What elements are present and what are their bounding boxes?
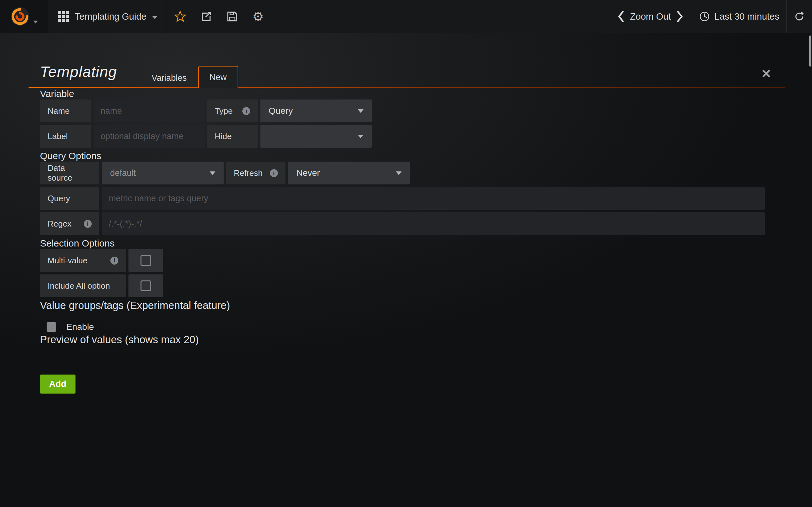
chevron-down-icon: [396, 171, 402, 175]
tab-bar: Variables New: [140, 66, 238, 88]
dashboard-title: Templating Guide: [75, 11, 147, 22]
tab-variables[interactable]: Variables: [140, 68, 198, 88]
templating-editor-header: Templating Variables New: [29, 33, 785, 88]
refresh-button[interactable]: [786, 0, 812, 33]
time-shift-controls: Zoom Out: [609, 0, 692, 33]
info-icon[interactable]: i: [84, 220, 92, 228]
type-label: Type i: [207, 100, 258, 122]
query-options-heading: Query Options: [40, 150, 812, 162]
variable-label-row: Label Hide: [40, 125, 812, 148]
regex-row: Regex i: [40, 212, 812, 235]
tab-new[interactable]: New: [198, 66, 238, 88]
close-icon[interactable]: [761, 68, 771, 78]
save-button[interactable]: [219, 0, 245, 33]
chevron-down-icon: [210, 171, 215, 175]
value-groups-heading: Value groups/tags (Experimental feature): [40, 300, 812, 311]
hide-select[interactable]: [260, 125, 372, 148]
multi-value-row: Multi-value i: [40, 249, 812, 272]
chevron-down-icon: [358, 135, 363, 138]
share-button[interactable]: [193, 0, 219, 33]
zoom-out-button[interactable]: Zoom Out: [630, 11, 671, 22]
multi-value-label: Multi-value i: [40, 249, 126, 272]
dashboard-grid-icon: [58, 11, 69, 22]
chevron-left-icon[interactable]: [616, 9, 625, 23]
star-button[interactable]: [167, 0, 193, 33]
editor-content: Variable Name Type i Query Label Hide: [0, 88, 812, 394]
star-icon: [174, 10, 186, 22]
checkbox-unchecked-icon: [141, 280, 151, 291]
share-icon: [200, 10, 212, 22]
datasource-select[interactable]: default: [102, 162, 223, 184]
refresh-select[interactable]: Never: [288, 162, 410, 184]
dashboard-picker[interactable]: Templating Guide: [48, 0, 167, 33]
name-input[interactable]: [94, 100, 205, 122]
refresh-icon: [794, 11, 805, 22]
tab-bar-accent-line: [29, 87, 785, 88]
type-select[interactable]: Query: [260, 100, 372, 122]
add-button[interactable]: Add: [40, 375, 75, 394]
enable-checkbox[interactable]: [47, 322, 56, 332]
query-label: Query: [40, 187, 99, 210]
clock-icon: [699, 11, 710, 22]
time-range-label: Last 30 minutes: [714, 11, 779, 22]
info-icon[interactable]: i: [242, 107, 250, 115]
label-input[interactable]: [94, 125, 205, 148]
gear-icon: ⚙: [252, 10, 264, 23]
chevron-down-icon: [152, 16, 157, 19]
grafana-logo-icon: [10, 7, 30, 26]
include-all-checkbox[interactable]: [129, 274, 163, 297]
grafana-logo-menu[interactable]: [0, 0, 48, 33]
save-icon: [226, 10, 238, 22]
regex-label: Regex i: [40, 212, 99, 235]
name-label: Name: [40, 100, 91, 122]
settings-button[interactable]: ⚙: [245, 0, 271, 33]
hide-label: Hide: [207, 125, 258, 148]
enable-row: Enable: [40, 320, 812, 334]
checkbox-unchecked-icon: [141, 255, 151, 266]
query-input[interactable]: [102, 187, 765, 210]
info-icon[interactable]: i: [110, 257, 118, 265]
include-all-label: Include All option: [40, 274, 126, 297]
navbar: Templating Guide ⚙: [0, 0, 812, 33]
scrollbar-thumb[interactable]: [809, 36, 811, 66]
selection-options-heading: Selection Options: [40, 238, 812, 249]
info-icon[interactable]: i: [270, 169, 278, 177]
datasource-label: Data source: [40, 162, 99, 184]
variable-name-row: Name Type i Query: [40, 100, 812, 122]
chevron-right-icon[interactable]: [675, 9, 685, 23]
time-picker[interactable]: Last 30 minutes: [692, 0, 786, 33]
refresh-label: Refresh i: [226, 162, 286, 184]
regex-input[interactable]: [102, 212, 765, 235]
dashboard-body: Templating Variables New Variable Name T…: [0, 33, 812, 507]
multi-value-checkbox[interactable]: [129, 249, 163, 272]
page-title: Templating: [40, 63, 117, 80]
chevron-down-icon: [33, 20, 38, 23]
include-all-row: Include All option: [40, 274, 812, 297]
chevron-down-icon: [358, 109, 363, 113]
enable-label: Enable: [66, 322, 94, 332]
navbar-right: Zoom Out Last 30 minutes: [609, 0, 812, 33]
preview-heading: Preview of values (shows max 20): [40, 334, 812, 345]
datasource-row: Data source default Refresh i Never: [40, 162, 812, 184]
variable-section-heading: Variable: [40, 88, 812, 100]
query-row: Query: [40, 187, 812, 210]
label-label: Label: [40, 125, 91, 148]
